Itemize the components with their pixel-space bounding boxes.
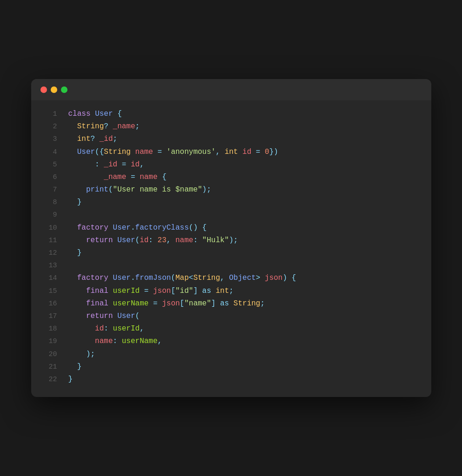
minimize-button[interactable]	[51, 86, 57, 93]
code-line-16: 16 final userName = json["name"] as Stri…	[31, 298, 431, 310]
line-number: 13	[40, 260, 57, 272]
line-number: 17	[40, 311, 57, 323]
line-number: 9	[40, 209, 57, 221]
code-line-17: 17 return User(	[31, 310, 431, 323]
code-line-2: 2 String? _name;	[31, 120, 431, 133]
code-text: User({String name = 'anonymous', int id …	[68, 146, 278, 159]
code-line-7: 7 print("User name is $name");	[31, 184, 431, 196]
line-number: 15	[40, 285, 57, 298]
code-line-8: 8 }	[31, 196, 431, 209]
line-number: 12	[40, 247, 57, 259]
code-line-6: 6 _name = name {	[31, 171, 431, 184]
code-line-9: 9	[31, 209, 431, 221]
code-text: : _id = id,	[68, 159, 144, 171]
line-number: 1	[40, 108, 57, 120]
code-text: final userName = json["name"] as String;	[68, 298, 265, 310]
code-line-20: 20 );	[31, 348, 431, 361]
code-line-5: 5 : _id = id,	[31, 159, 431, 171]
code-line-22: 22 }	[31, 373, 431, 386]
line-number: 20	[40, 349, 57, 361]
code-window: 1 class User { 2 String? _name; 3 int? _…	[31, 79, 431, 397]
title-bar	[31, 79, 431, 100]
code-line-1: 1 class User {	[31, 108, 431, 120]
code-text: factory User.fromJson(Map<String, Object…	[68, 272, 296, 284]
line-number: 7	[40, 184, 57, 196]
line-number: 19	[40, 336, 57, 348]
close-button[interactable]	[40, 86, 47, 93]
code-text: return User(	[68, 310, 140, 323]
code-line-15: 15 final userId = json["id"] as int;	[31, 285, 431, 298]
maximize-button[interactable]	[61, 86, 67, 93]
code-text: return User(id: 23, name: "Hulk");	[68, 234, 238, 247]
line-number: 6	[40, 172, 57, 184]
line-number: 22	[40, 374, 57, 386]
code-text: class User {	[68, 108, 122, 120]
code-line-18: 18 id: userId,	[31, 323, 431, 335]
line-number: 4	[40, 146, 57, 159]
line-number: 21	[40, 361, 57, 373]
code-text	[68, 209, 73, 221]
code-text: _name = name {	[68, 171, 167, 184]
code-line-14: 14 factory User.fromJson(Map<String, Obj…	[31, 272, 431, 284]
line-number: 8	[40, 197, 57, 209]
code-line-3: 3 int? _id;	[31, 133, 431, 145]
code-text: final userId = json["id"] as int;	[68, 285, 234, 298]
line-number: 5	[40, 159, 57, 171]
code-text: print("User name is $name");	[68, 184, 211, 196]
code-text: int? _id;	[68, 133, 118, 145]
line-number: 14	[40, 272, 57, 284]
code-line-10: 10 factory User.factoryClass() {	[31, 222, 431, 234]
line-number: 11	[40, 235, 57, 247]
line-number: 16	[40, 298, 57, 310]
code-text: id: userId,	[68, 323, 144, 335]
code-text: }	[68, 373, 73, 386]
code-line-21: 21 }	[31, 361, 431, 373]
code-text: }	[68, 196, 82, 209]
code-text: String? _name;	[68, 120, 140, 133]
code-line-11: 11 return User(id: 23, name: "Hulk");	[31, 234, 431, 247]
code-text: );	[68, 348, 95, 361]
code-text: }	[68, 247, 82, 259]
code-editor: 1 class User { 2 String? _name; 3 int? _…	[31, 100, 431, 397]
code-line-12: 12 }	[31, 247, 431, 259]
code-text	[68, 259, 73, 272]
code-text: name: userName,	[68, 335, 162, 348]
code-text: }	[68, 361, 82, 373]
line-number: 10	[40, 222, 57, 234]
line-number: 2	[40, 121, 57, 133]
code-line-13: 13	[31, 259, 431, 272]
line-number: 18	[40, 323, 57, 335]
code-line-19: 19 name: userName,	[31, 335, 431, 348]
code-text: factory User.factoryClass() {	[68, 222, 207, 234]
code-line-4: 4 User({String name = 'anonymous', int i…	[31, 146, 431, 159]
line-number: 3	[40, 133, 57, 145]
